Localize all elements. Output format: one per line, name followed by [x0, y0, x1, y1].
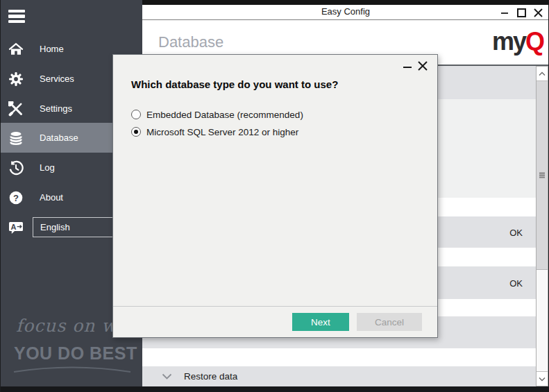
svg-text:A: A [11, 222, 17, 230]
translate-icon: A [8, 220, 24, 235]
sidebar-item-label: About [40, 192, 63, 203]
radio-option-embedded[interactable]: Embedded Database (recommended) [131, 107, 303, 122]
myq-logo: myQ [492, 27, 543, 56]
spacer-row [142, 348, 536, 366]
close-icon[interactable] [530, 5, 546, 20]
window-left-edge [0, 0, 1, 392]
page-title: Database [158, 33, 223, 51]
radio-icon [131, 110, 141, 119]
question-icon: ? [8, 190, 24, 205]
radio-option-label: Microsoft SQL Server 2012 or higher [146, 127, 298, 137]
window-bottom-edge [0, 386, 549, 392]
scrollbar-thumb[interactable] [537, 81, 548, 270]
database-icon [8, 130, 24, 146]
scroll-down-icon[interactable] [537, 371, 548, 386]
logo-q: Q [525, 27, 543, 56]
radio-option-label: Embedded Database (recommended) [146, 110, 303, 120]
scrollbar-grip [539, 171, 545, 179]
sidebar-item-label: Services [40, 74, 74, 84]
radio-option-mssql[interactable]: Microsoft SQL Server 2012 or higher [131, 124, 298, 139]
gear-icon [8, 71, 24, 87]
restore-data-section[interactable]: Restore data [142, 366, 536, 386]
next-button[interactable]: Next [292, 313, 349, 331]
dialog-close-icon[interactable] [415, 59, 430, 73]
motto-arc [11, 362, 133, 375]
logo-my: my [492, 27, 525, 56]
chevron-down-icon [162, 373, 172, 380]
window-title: Easy Config [142, 6, 549, 17]
maximize-icon[interactable] [513, 5, 530, 20]
dialog-footer-divider [113, 306, 437, 307]
tools-icon [8, 101, 24, 117]
radio-icon [131, 127, 141, 137]
titlebar: Easy Config [142, 5, 549, 20]
window-top-strip [142, 0, 549, 5]
sidebar-item-label: Settings [40, 103, 72, 114]
dialog-question: Which database type do you want to use? [131, 78, 338, 90]
motto-line2: YOU DO BEST [14, 343, 137, 364]
status-ok-1: OK [509, 227, 523, 237]
sidebar-item-label: Database [40, 133, 78, 143]
minimize-icon[interactable] [496, 5, 513, 20]
sidebar-item-label: Log [40, 162, 55, 173]
scroll-up-icon[interactable] [537, 67, 548, 81]
dialog-minimize-icon[interactable] [400, 59, 415, 73]
history-icon [8, 160, 24, 176]
database-type-dialog: Which database type do you want to use? … [112, 54, 438, 338]
status-ok-2: OK [509, 278, 523, 288]
easy-config-window: Home Services Settings Database Log [0, 0, 549, 392]
vertical-scrollbar[interactable] [536, 66, 548, 386]
home-icon [8, 42, 24, 57]
sidebar-item-label: Home [40, 44, 64, 54]
restore-data-label: Restore data [184, 371, 237, 382]
hamburger-menu-icon[interactable] [8, 10, 25, 23]
cancel-button[interactable]: Cancel [357, 313, 422, 331]
language-value: English [40, 222, 70, 232]
svg-text:?: ? [13, 192, 19, 203]
